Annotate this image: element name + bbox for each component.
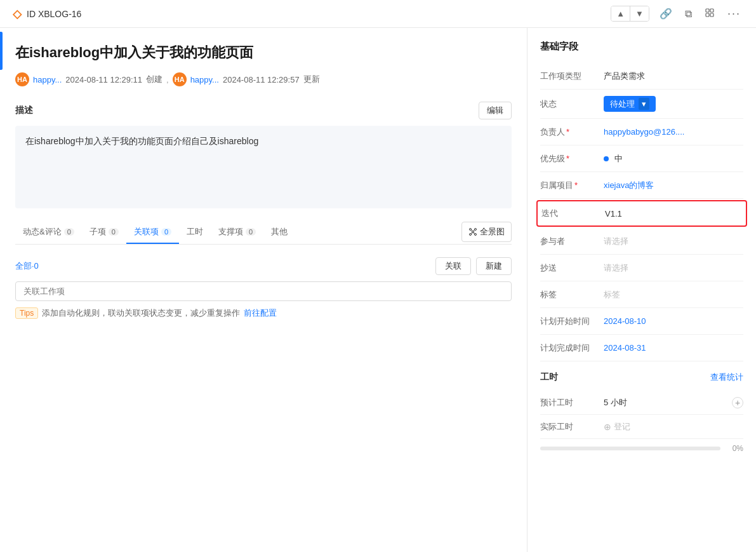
field-value-assignee[interactable]: happybabygo@126.... (604, 127, 743, 137)
field-label-assignee: 负责人 * (540, 126, 604, 138)
field-row-start-time: 计划开始时间 2024-08-10 (540, 308, 743, 335)
description-title: 描述 (15, 105, 33, 116)
edit-button[interactable]: 编辑 (479, 102, 512, 119)
field-label-end-time: 计划完成时间 (540, 342, 604, 354)
tab-other[interactable]: 其他 (263, 221, 295, 244)
description-content: 在ishareblog中加入关于我的功能页面介绍自己及ishareblog (25, 136, 258, 146)
tab-hours[interactable]: 工时 (179, 221, 211, 244)
new-button[interactable]: 新建 (476, 257, 512, 275)
created-label: 创建 (146, 74, 162, 85)
sidebar-title: 基础字段 (540, 41, 743, 53)
svg-point-7 (475, 234, 477, 236)
author2-avatar: HA (173, 72, 187, 86)
field-value-tags[interactable]: 标签 (604, 289, 743, 300)
tab-children-label: 子项 (90, 226, 106, 238)
svg-rect-1 (710, 9, 713, 12)
add-hours-button[interactable]: + (732, 397, 743, 408)
register-link[interactable]: ⊕ 登记 (604, 421, 743, 433)
svg-rect-3 (710, 13, 713, 17)
tab-support[interactable]: 支撑项 0 (211, 221, 263, 244)
author1-avatar: HA (15, 72, 29, 86)
updated-label: 更新 (303, 74, 320, 85)
panorama-button[interactable]: 全景图 (461, 222, 512, 242)
more-button[interactable]: ··· (725, 4, 743, 23)
field-row-priority: 优先级 * 中 (540, 145, 743, 172)
field-value-actual: ⊕ 登记 (604, 421, 743, 433)
hours-row-actual: 实际工时 ⊕ 登记 (540, 415, 743, 439)
svg-point-5 (470, 234, 472, 236)
field-row-participants: 参与者 请选择 (540, 228, 743, 255)
link-area: 全部·0 关联 新建 Tips 添加自动化规则，联动关联项状态变更，减少重复操作… (15, 252, 512, 324)
field-label-estimated: 预计工时 (540, 397, 604, 408)
tips-badge: Tips (15, 307, 38, 319)
svg-point-6 (475, 229, 477, 231)
field-label-priority: 优先级 * (540, 153, 604, 165)
page-title: 在ishareblog中加入关于我的功能页面 (15, 43, 512, 62)
tips-text: 添加自动化规则，联动关联项状态变更，减少重复操作 (42, 307, 240, 319)
field-value-priority: 中 (604, 153, 743, 165)
author1-link[interactable]: happy... (33, 75, 62, 84)
svg-line-9 (472, 229, 472, 231)
tab-other-label: 其他 (271, 226, 288, 238)
page-id: ID XBLOG-16 (27, 9, 81, 19)
left-panel: 在ishareblog中加入关于我的功能页面 HA happy... 2024-… (0, 28, 527, 552)
field-value-participants[interactable]: 请选择 (604, 236, 743, 247)
tab-support-label: 支撑项 (218, 226, 243, 238)
link-count-row: 全部·0 关联 新建 (15, 257, 512, 275)
svg-point-8 (472, 231, 474, 233)
meta-separator: , (166, 75, 169, 84)
status-text: 待处理 (610, 98, 635, 110)
search-input[interactable] (15, 281, 512, 301)
field-row-tags: 标签 标签 (540, 281, 743, 308)
tab-children[interactable]: 子项 0 (82, 221, 126, 244)
tips-config-link[interactable]: 前往配置 (244, 307, 277, 319)
field-value-project[interactable]: xiejava的博客 (604, 180, 743, 191)
nav-down-button[interactable]: ▼ (630, 6, 649, 21)
svg-rect-0 (706, 9, 709, 12)
field-row-type: 工作项类型 产品类需求 (540, 63, 743, 90)
main-layout: 在ishareblog中加入关于我的功能页面 HA happy... 2024-… (0, 28, 756, 552)
field-value-end-time[interactable]: 2024-08-31 (604, 343, 743, 353)
field-label-actual: 实际工时 (540, 421, 604, 433)
hours-stats-link[interactable]: 查看统计 (710, 372, 743, 383)
field-label-iteration: 迭代 (541, 208, 605, 219)
tips-row: Tips 添加自动化规则，联动关联项状态变更，减少重复操作 前往配置 (15, 307, 512, 319)
svg-rect-2 (706, 13, 709, 17)
progress-pct: 0% (726, 444, 743, 453)
register-text: 登记 (614, 421, 630, 433)
link-icon-button[interactable]: 🔗 (657, 5, 675, 22)
top-bar-actions: ▲ ▼ 🔗 ⧉ ··· (611, 4, 743, 23)
link-button[interactable]: 关联 (435, 257, 471, 275)
tab-activity[interactable]: 动态&评论 0 (15, 221, 82, 244)
progress-row: 0% (540, 439, 743, 453)
required-mark-project: * (574, 180, 578, 190)
svg-line-11 (472, 232, 472, 234)
created-at: 2024-08-11 12:29:11 (65, 75, 142, 84)
description-box: 在ishareblog中加入关于我的功能页面介绍自己及ishareblog (15, 126, 512, 208)
status-dropdown-arrow[interactable]: ▾ (639, 98, 649, 110)
field-label-tags: 标签 (540, 289, 604, 300)
svg-line-10 (474, 229, 475, 231)
field-row-assignee: 负责人 * happybabygo@126.... (540, 119, 743, 145)
tab-related[interactable]: 关联项 0 (126, 221, 179, 244)
field-label-cc: 抄送 (540, 262, 604, 274)
field-label-project: 归属项目 * (540, 180, 604, 191)
meta-row: HA happy... 2024-08-11 12:29:11 创建 , HA … (15, 72, 512, 86)
hours-title: 工时 (540, 372, 558, 383)
field-value-start-time[interactable]: 2024-08-10 (604, 316, 743, 326)
tab-related-badge: 0 (161, 228, 171, 236)
field-value-status: 待处理 ▾ (604, 96, 743, 112)
logo-icon: ◇ (13, 7, 22, 21)
author2-link[interactable]: happy... (190, 75, 219, 84)
svg-line-12 (474, 232, 475, 234)
register-icon: ⊕ (604, 422, 611, 432)
copy-icon-button[interactable]: ⧉ (682, 6, 694, 22)
required-mark-priority: * (566, 154, 569, 163)
tab-children-badge: 0 (109, 228, 119, 236)
share-icon-button[interactable] (702, 5, 717, 23)
estimated-value: 5 小时 (604, 398, 627, 407)
field-value-cc[interactable]: 请选择 (604, 262, 743, 274)
status-badge[interactable]: 待处理 ▾ (604, 96, 656, 112)
right-panel: 基础字段 工作项类型 产品类需求 状态 待处理 ▾ 负责人 (527, 28, 756, 552)
nav-up-button[interactable]: ▲ (611, 6, 630, 21)
